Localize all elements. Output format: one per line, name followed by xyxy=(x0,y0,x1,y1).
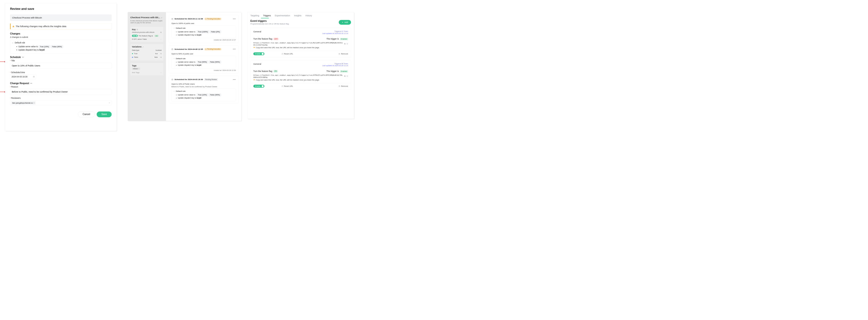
info-icon[interactable] xyxy=(346,75,348,77)
data-type-value: boolean xyxy=(156,49,162,51)
schedule-when: Scheduled for 2024-04-03 16:30 xyxy=(175,78,203,81)
flag-name: Checkout Process with Bitcoin xyxy=(10,14,112,21)
change-pill: True (10%) xyxy=(196,93,208,96)
save-button[interactable]: Save xyxy=(97,112,112,117)
variation-value: false xyxy=(153,56,159,58)
reviewers-select[interactable]: lian.yang@sportamat.co × xyxy=(10,100,112,106)
change-pill: True (10%) xyxy=(38,45,50,48)
calendar-icon xyxy=(172,79,173,81)
changes-heading: Changes xyxy=(10,32,112,35)
chevron-down-icon[interactable] xyxy=(173,28,175,29)
warning-text: The following changes may affects the in… xyxy=(16,25,66,28)
chevron-down-icon[interactable] xyxy=(173,91,175,92)
collapse-icon[interactable] xyxy=(22,57,24,57)
tab-triggers[interactable]: Triggers xyxy=(263,14,271,18)
trigger-status-label: The trigger is xyxy=(327,38,339,40)
change-emph: keyId xyxy=(197,97,202,99)
chevron-down-icon[interactable] xyxy=(173,58,175,59)
calendar-icon xyxy=(33,76,35,78)
schedule-status: Pending Execution xyxy=(204,48,221,51)
info-icon[interactable] xyxy=(346,43,348,45)
schedule-subtitle: Open to 50% of public user xyxy=(172,53,236,55)
calendar-icon xyxy=(172,18,173,20)
tab-experimentation[interactable]: Experimentation xyxy=(275,14,290,18)
chevron-down-icon[interactable] xyxy=(160,38,162,40)
edit-icon[interactable] xyxy=(161,17,163,19)
chevron-down-icon[interactable] xyxy=(160,72,162,74)
info-icon[interactable] xyxy=(136,29,138,30)
copy-icon[interactable] xyxy=(160,57,162,58)
change-pill: False (90%) xyxy=(51,45,63,48)
trigger-url-warning: Copy and save this URL now, the URL will… xyxy=(256,79,320,81)
copy-icon[interactable] xyxy=(160,53,162,54)
change-pill: True (50%) xyxy=(196,61,208,63)
loop-icon xyxy=(281,53,283,55)
active-tab-indicator xyxy=(261,18,269,19)
warning-icon xyxy=(253,47,255,48)
remove-reviewer-icon[interactable]: × xyxy=(33,102,35,104)
card-actions-menu[interactable]: ••• xyxy=(233,18,236,20)
trash-icon xyxy=(339,53,340,55)
tag-chip-label: release xyxy=(133,68,138,69)
enable-toggle[interactable]: Enable xyxy=(253,85,265,87)
modal-title: Review and save xyxy=(10,7,112,10)
toggle-knob xyxy=(261,53,264,55)
schedule-card: Scheduled for 2024-04-08 12:35Pending Ex… xyxy=(169,45,239,73)
card-actions-menu[interactable]: ••• xyxy=(233,78,236,81)
svg-rect-36 xyxy=(347,43,347,44)
change-pill: False (50%) xyxy=(209,61,221,63)
changes-count: 2 changes to submit xyxy=(10,36,112,38)
change-items-list: Update serve value toTrue (10%)False (90… xyxy=(17,45,109,51)
remove-button[interactable]: Remove xyxy=(339,53,348,55)
flag-state-badge: ON xyxy=(154,35,158,37)
remove-button[interactable]: Remove xyxy=(339,85,348,87)
edit-icon[interactable] xyxy=(143,46,144,48)
add-trigger-button[interactable]: Add xyxy=(339,20,351,25)
tab-insights[interactable]: Insights xyxy=(294,14,301,18)
tab-history[interactable]: History xyxy=(305,14,312,18)
card-actions-menu[interactable]: ••• xyxy=(233,48,236,51)
schedule-created-at: created at: 2024-03-28 12:36 xyxy=(172,69,236,71)
triggers-cards: GeneralTriggered 1 TimesLast updated at … xyxy=(250,28,351,90)
svg-rect-15 xyxy=(161,54,161,54)
tab-targeting[interactable]: Targeting xyxy=(250,14,259,18)
trigger-url-row: https://featbit-tio-api.zeabur.app/api/v… xyxy=(253,42,348,46)
svg-rect-29 xyxy=(172,79,173,80)
flag-state-text: The feature flag is xyxy=(138,35,153,37)
copy-icon[interactable] xyxy=(344,43,346,45)
change-emph: keyId xyxy=(39,49,44,51)
flag-state-toggle[interactable]: ON xyxy=(132,35,138,37)
copy-icon[interactable] xyxy=(344,75,346,77)
add-tags-placeholder[interactable]: Add Tags xyxy=(132,72,140,74)
triggers-panel: TargetingTriggersExperimentationInsights… xyxy=(247,12,354,119)
schedule-section-heading: Schedule xyxy=(10,56,21,59)
svg-rect-50 xyxy=(339,86,340,87)
warning-banner: The following changes may affects the in… xyxy=(10,23,112,29)
copy-icon[interactable] xyxy=(160,32,162,33)
variation-color-dot xyxy=(132,57,133,58)
svg-rect-14 xyxy=(160,32,161,33)
chevron-down-icon[interactable] xyxy=(12,42,14,43)
schedule-title-input[interactable] xyxy=(10,63,112,69)
reset-url-button[interactable]: Reset URL xyxy=(281,85,293,87)
scheduled-time-input[interactable]: 2024-04-03 16:30 xyxy=(10,75,36,79)
svg-rect-33 xyxy=(345,43,345,45)
enable-toggle[interactable]: Enable xyxy=(253,52,265,55)
remove-tag-icon[interactable]: × xyxy=(138,68,140,69)
chevron-down-icon[interactable] xyxy=(108,102,111,104)
trigger-last-updated: Last updated at 2024-03-28 12:14 xyxy=(322,32,348,34)
schedule-cards-column[interactable]: Scheduled for 2024-04-11 12:36Pending Ex… xyxy=(166,12,241,121)
cancel-button[interactable]: Cancel xyxy=(78,112,95,117)
change-emph: keyId xyxy=(197,34,202,36)
flag-tabs: TargetingTriggersExperimentationInsights… xyxy=(250,14,351,18)
svg-rect-11 xyxy=(137,29,137,30)
reset-url-button[interactable]: Reset URL xyxy=(281,53,293,55)
trigger-action-text: Turn the feature flag xyxy=(253,70,272,72)
trigger-url: https://featbit-tio-api.zeabur.app/api/v… xyxy=(253,42,343,46)
reason-input[interactable] xyxy=(10,89,112,95)
schedule-change-item: Update dispatch key to keyId xyxy=(178,97,234,99)
if-off-value[interactable]: False xyxy=(143,38,147,40)
variations-list: TruetrueFalsefalse xyxy=(132,52,162,59)
schedule-change-box: Default ruleUpdate serve value to True (… xyxy=(172,56,236,68)
reason-label: Reason xyxy=(11,86,18,88)
